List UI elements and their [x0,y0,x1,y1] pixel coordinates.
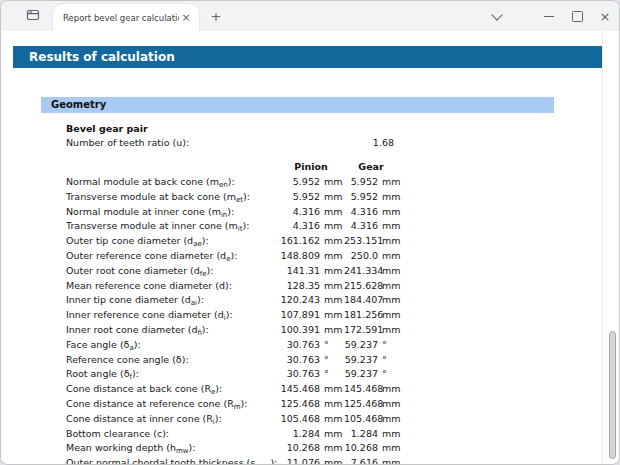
browser-tab-icon [26,7,40,26]
pinion-unit: mm [320,264,344,279]
table-row: Inner reference cone diameter (di): 107.… [66,308,406,323]
gear-unit: ° [378,353,402,368]
gear-unit: mm [378,323,402,338]
gear-value: 1.284 [344,427,378,442]
gear-value: 59.237 [344,338,378,353]
table-row: Transverse module at inner cone (mit): 4… [66,219,406,234]
table-row: Inner tip cone diameter (dai): 120.243 m… [66,293,406,308]
gear-unit: mm [378,234,402,249]
gear-value: 4.316 [344,219,378,234]
app-window: Report bevel gear calculation ISO 23 × +… [0,0,620,465]
row-label: Mean reference cone diameter (d): [66,279,278,294]
section-header-geometry: Geometry [41,97,554,113]
table-row: Cone distance at reference cone (Rm): 12… [66,397,406,412]
gear-unit: mm [378,175,402,190]
table-row: Mean reference cone diameter (d): 128.35… [66,279,406,294]
pinion-value: 1.284 [278,427,320,442]
gear-unit: ° [378,338,402,353]
row-label: Outer normal chordal tooth thickness (sm… [66,456,278,464]
row-label: Inner root cone diameter (dfi): [66,323,278,338]
pinion-unit: mm [320,293,344,308]
teeth-ratio-value: 1.68 [373,137,394,148]
table-row: Transverse module at back cone (met): 5.… [66,190,406,205]
column-headers: Pinion Gear [66,161,406,175]
pinion-value: 4.316 [278,219,320,234]
gear-value: 253.151 [344,234,378,249]
new-tab-button[interactable]: + [207,8,225,26]
teeth-ratio-row: Number of teeth ratio (u): 1.68 [66,137,394,148]
chevron-down-icon [491,9,502,20]
row-label: Normal module at inner cone (min): [66,205,278,220]
pinion-value: 105.468 [278,412,320,427]
gear-column-header: Gear [344,161,398,172]
scrollbar[interactable] [602,31,618,463]
pinion-unit: mm [320,279,344,294]
gear-value: 10.268 [344,441,378,456]
page-title: Results of calculation [13,46,605,68]
gear-unit: mm [378,279,402,294]
gear-value: 184.407 [344,293,378,308]
table-row: Outer tip cone diameter (dae): 161.162 m… [66,234,406,249]
pinion-unit: mm [320,205,344,220]
table-row: Bottom clearance (c): 1.284 mm 1.284 mm [66,427,406,442]
table-row: Outer root cone diameter (dfe): 141.31 m… [66,264,406,279]
teeth-ratio-label: Number of teeth ratio (u): [66,137,373,148]
row-label: Outer reference cone diameter (de): [66,249,278,264]
gear-value: 105.468 [344,412,378,427]
pinion-unit: mm [320,175,344,190]
titlebar: Report bevel gear calculation ISO 23 × +… [1,1,619,31]
table-row: Normal module at back cone (men): 5.952 … [66,175,406,190]
row-label: Root angle (δf): [66,367,278,382]
scrollbar-thumb[interactable] [609,331,616,459]
gear-value: 241.334 [344,264,378,279]
gear-value: 4.316 [344,205,378,220]
pinion-value: 30.763 [278,338,320,353]
table-row: Reference cone angle (δ): 30.763 ° 59.23… [66,353,406,368]
gear-value: 5.952 [344,190,378,205]
pinion-unit: ° [320,353,344,368]
pinion-unit: mm [320,456,344,464]
pinion-unit: mm [320,234,344,249]
pinion-value: 5.952 [278,175,320,190]
close-button[interactable]: × [591,1,619,31]
table-row: Face angle (δa): 30.763 ° 59.237 ° [66,338,406,353]
pinion-unit: mm [320,249,344,264]
table-row: Inner root cone diameter (dfi): 100.391 … [66,323,406,338]
maximize-button[interactable] [563,1,591,31]
pinion-unit: mm [320,323,344,338]
table-row: Outer normal chordal tooth thickness (sm… [66,456,406,464]
gear-value: 59.237 [344,353,378,368]
gear-unit: mm [378,441,402,456]
browser-tab[interactable]: Report bevel gear calculation ISO 23 × [53,4,199,31]
gear-value: 5.952 [344,175,378,190]
pinion-unit: mm [320,441,344,456]
row-label: Transverse module at back cone (met): [66,190,278,205]
row-label: Outer tip cone diameter (dae): [66,234,278,249]
tab-actions-button[interactable] [23,7,43,25]
row-label: Inner reference cone diameter (di): [66,308,278,323]
pinion-value: 30.763 [278,353,320,368]
table-row: Cone distance at back cone (Re): 145.468… [66,382,406,397]
gear-unit: mm [378,205,402,220]
row-label: Inner tip cone diameter (dai): [66,293,278,308]
pinion-value: 11.076 [278,456,320,464]
pinion-unit: mm [320,219,344,234]
row-label: Face angle (δa): [66,338,278,353]
window-menu-button[interactable] [483,1,511,31]
gear-unit: mm [378,412,402,427]
row-label: Cone distance at back cone (Re): [66,382,278,397]
gear-unit: ° [378,367,402,382]
gear-value: 250.0 [344,249,378,264]
row-label: Cone distance at reference cone (Rm): [66,397,278,412]
gear-unit: mm [378,190,402,205]
pinion-value: 128.35 [278,279,320,294]
pinion-unit: mm [320,397,344,412]
minimize-button[interactable] [535,1,563,31]
pinion-value: 5.952 [278,190,320,205]
pinion-value: 10.268 [278,441,320,456]
report-page: Results of calculation Geometry Bevel ge… [1,31,605,464]
pinion-value: 145.468 [278,382,320,397]
close-icon: × [600,10,611,23]
tab-close-icon[interactable]: × [179,11,193,25]
pinion-value: 107.891 [278,308,320,323]
